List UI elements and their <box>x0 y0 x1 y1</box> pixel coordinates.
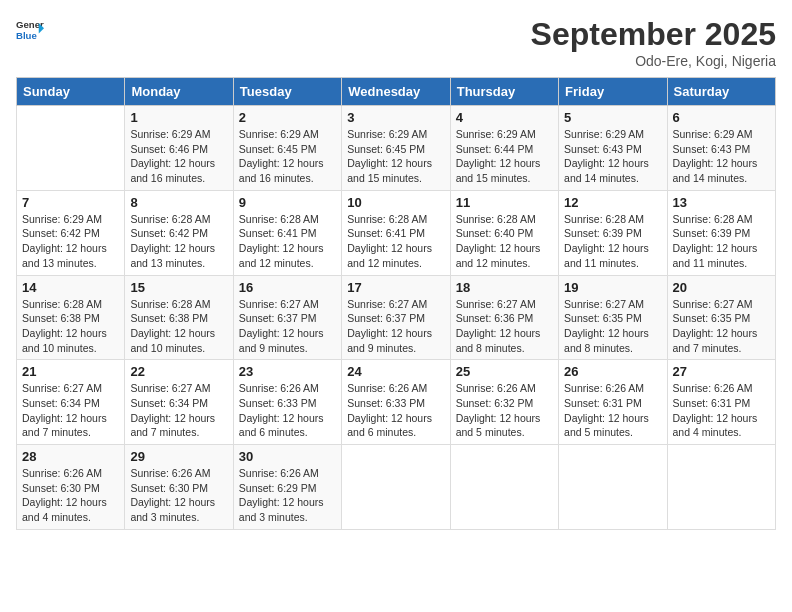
calendar-week-row: 7Sunrise: 6:29 AM Sunset: 6:42 PM Daylig… <box>17 190 776 275</box>
day-number: 19 <box>564 280 661 295</box>
calendar-day-cell: 19Sunrise: 6:27 AM Sunset: 6:35 PM Dayli… <box>559 275 667 360</box>
day-number: 6 <box>673 110 770 125</box>
day-number: 29 <box>130 449 227 464</box>
day-number: 21 <box>22 364 119 379</box>
day-number: 16 <box>239 280 336 295</box>
day-info: Sunrise: 6:26 AM Sunset: 6:29 PM Dayligh… <box>239 466 336 525</box>
day-number: 24 <box>347 364 444 379</box>
day-info: Sunrise: 6:28 AM Sunset: 6:41 PM Dayligh… <box>347 212 444 271</box>
day-number: 11 <box>456 195 553 210</box>
calendar-day-cell: 11Sunrise: 6:28 AM Sunset: 6:40 PM Dayli… <box>450 190 558 275</box>
day-info: Sunrise: 6:29 AM Sunset: 6:42 PM Dayligh… <box>22 212 119 271</box>
day-info: Sunrise: 6:29 AM Sunset: 6:43 PM Dayligh… <box>564 127 661 186</box>
day-info: Sunrise: 6:29 AM Sunset: 6:43 PM Dayligh… <box>673 127 770 186</box>
calendar-day-cell: 27Sunrise: 6:26 AM Sunset: 6:31 PM Dayli… <box>667 360 775 445</box>
logo: General Blue <box>16 16 44 44</box>
calendar-day-cell: 14Sunrise: 6:28 AM Sunset: 6:38 PM Dayli… <box>17 275 125 360</box>
calendar-day-cell: 15Sunrise: 6:28 AM Sunset: 6:38 PM Dayli… <box>125 275 233 360</box>
day-number: 26 <box>564 364 661 379</box>
day-info: Sunrise: 6:27 AM Sunset: 6:34 PM Dayligh… <box>22 381 119 440</box>
day-number: 20 <box>673 280 770 295</box>
day-number: 17 <box>347 280 444 295</box>
calendar-day-cell: 18Sunrise: 6:27 AM Sunset: 6:36 PM Dayli… <box>450 275 558 360</box>
calendar-day-cell: 29Sunrise: 6:26 AM Sunset: 6:30 PM Dayli… <box>125 445 233 530</box>
day-number: 28 <box>22 449 119 464</box>
day-number: 4 <box>456 110 553 125</box>
weekday-header-cell: Thursday <box>450 78 558 106</box>
calendar-day-cell: 30Sunrise: 6:26 AM Sunset: 6:29 PM Dayli… <box>233 445 341 530</box>
calendar-day-cell: 9Sunrise: 6:28 AM Sunset: 6:41 PM Daylig… <box>233 190 341 275</box>
day-number: 2 <box>239 110 336 125</box>
day-number: 3 <box>347 110 444 125</box>
calendar-week-row: 21Sunrise: 6:27 AM Sunset: 6:34 PM Dayli… <box>17 360 776 445</box>
calendar-week-row: 28Sunrise: 6:26 AM Sunset: 6:30 PM Dayli… <box>17 445 776 530</box>
day-info: Sunrise: 6:27 AM Sunset: 6:36 PM Dayligh… <box>456 297 553 356</box>
day-info: Sunrise: 6:28 AM Sunset: 6:38 PM Dayligh… <box>130 297 227 356</box>
day-info: Sunrise: 6:28 AM Sunset: 6:38 PM Dayligh… <box>22 297 119 356</box>
calendar-day-cell <box>342 445 450 530</box>
day-info: Sunrise: 6:29 AM Sunset: 6:46 PM Dayligh… <box>130 127 227 186</box>
month-title: September 2025 <box>531 16 776 53</box>
day-number: 5 <box>564 110 661 125</box>
day-info: Sunrise: 6:26 AM Sunset: 6:31 PM Dayligh… <box>673 381 770 440</box>
calendar-day-cell <box>559 445 667 530</box>
calendar-day-cell: 17Sunrise: 6:27 AM Sunset: 6:37 PM Dayli… <box>342 275 450 360</box>
day-info: Sunrise: 6:26 AM Sunset: 6:30 PM Dayligh… <box>130 466 227 525</box>
weekday-header-cell: Tuesday <box>233 78 341 106</box>
day-info: Sunrise: 6:26 AM Sunset: 6:33 PM Dayligh… <box>347 381 444 440</box>
day-info: Sunrise: 6:26 AM Sunset: 6:31 PM Dayligh… <box>564 381 661 440</box>
calendar-day-cell <box>17 106 125 191</box>
calendar-day-cell: 20Sunrise: 6:27 AM Sunset: 6:35 PM Dayli… <box>667 275 775 360</box>
calendar-day-cell: 1Sunrise: 6:29 AM Sunset: 6:46 PM Daylig… <box>125 106 233 191</box>
day-number: 9 <box>239 195 336 210</box>
calendar-day-cell: 10Sunrise: 6:28 AM Sunset: 6:41 PM Dayli… <box>342 190 450 275</box>
calendar-day-cell <box>450 445 558 530</box>
day-info: Sunrise: 6:27 AM Sunset: 6:35 PM Dayligh… <box>673 297 770 356</box>
calendar-day-cell: 28Sunrise: 6:26 AM Sunset: 6:30 PM Dayli… <box>17 445 125 530</box>
day-number: 10 <box>347 195 444 210</box>
calendar-day-cell: 16Sunrise: 6:27 AM Sunset: 6:37 PM Dayli… <box>233 275 341 360</box>
day-info: Sunrise: 6:28 AM Sunset: 6:40 PM Dayligh… <box>456 212 553 271</box>
day-info: Sunrise: 6:29 AM Sunset: 6:45 PM Dayligh… <box>239 127 336 186</box>
day-number: 22 <box>130 364 227 379</box>
calendar-day-cell: 26Sunrise: 6:26 AM Sunset: 6:31 PM Dayli… <box>559 360 667 445</box>
day-number: 1 <box>130 110 227 125</box>
day-info: Sunrise: 6:29 AM Sunset: 6:44 PM Dayligh… <box>456 127 553 186</box>
day-info: Sunrise: 6:26 AM Sunset: 6:30 PM Dayligh… <box>22 466 119 525</box>
weekday-header-row: SundayMondayTuesdayWednesdayThursdayFrid… <box>17 78 776 106</box>
calendar-day-cell: 25Sunrise: 6:26 AM Sunset: 6:32 PM Dayli… <box>450 360 558 445</box>
day-info: Sunrise: 6:27 AM Sunset: 6:37 PM Dayligh… <box>347 297 444 356</box>
calendar-day-cell: 4Sunrise: 6:29 AM Sunset: 6:44 PM Daylig… <box>450 106 558 191</box>
weekday-header-cell: Wednesday <box>342 78 450 106</box>
day-info: Sunrise: 6:27 AM Sunset: 6:37 PM Dayligh… <box>239 297 336 356</box>
calendar-day-cell: 23Sunrise: 6:26 AM Sunset: 6:33 PM Dayli… <box>233 360 341 445</box>
calendar-day-cell: 8Sunrise: 6:28 AM Sunset: 6:42 PM Daylig… <box>125 190 233 275</box>
svg-text:Blue: Blue <box>16 30 37 41</box>
calendar-day-cell <box>667 445 775 530</box>
weekday-header-cell: Sunday <box>17 78 125 106</box>
title-block: September 2025 Odo-Ere, Kogi, Nigeria <box>531 16 776 69</box>
calendar-day-cell: 21Sunrise: 6:27 AM Sunset: 6:34 PM Dayli… <box>17 360 125 445</box>
page-header: General Blue September 2025 Odo-Ere, Kog… <box>16 16 776 69</box>
calendar-day-cell: 5Sunrise: 6:29 AM Sunset: 6:43 PM Daylig… <box>559 106 667 191</box>
calendar-week-row: 1Sunrise: 6:29 AM Sunset: 6:46 PM Daylig… <box>17 106 776 191</box>
day-info: Sunrise: 6:28 AM Sunset: 6:42 PM Dayligh… <box>130 212 227 271</box>
day-info: Sunrise: 6:29 AM Sunset: 6:45 PM Dayligh… <box>347 127 444 186</box>
weekday-header-cell: Friday <box>559 78 667 106</box>
weekday-header-cell: Saturday <box>667 78 775 106</box>
day-number: 15 <box>130 280 227 295</box>
day-info: Sunrise: 6:27 AM Sunset: 6:34 PM Dayligh… <box>130 381 227 440</box>
day-number: 30 <box>239 449 336 464</box>
day-number: 18 <box>456 280 553 295</box>
day-number: 7 <box>22 195 119 210</box>
day-info: Sunrise: 6:26 AM Sunset: 6:32 PM Dayligh… <box>456 381 553 440</box>
day-info: Sunrise: 6:28 AM Sunset: 6:41 PM Dayligh… <box>239 212 336 271</box>
day-number: 12 <box>564 195 661 210</box>
day-info: Sunrise: 6:28 AM Sunset: 6:39 PM Dayligh… <box>564 212 661 271</box>
calendar-day-cell: 12Sunrise: 6:28 AM Sunset: 6:39 PM Dayli… <box>559 190 667 275</box>
calendar-day-cell: 2Sunrise: 6:29 AM Sunset: 6:45 PM Daylig… <box>233 106 341 191</box>
calendar-week-row: 14Sunrise: 6:28 AM Sunset: 6:38 PM Dayli… <box>17 275 776 360</box>
calendar-table: SundayMondayTuesdayWednesdayThursdayFrid… <box>16 77 776 530</box>
day-info: Sunrise: 6:27 AM Sunset: 6:35 PM Dayligh… <box>564 297 661 356</box>
day-info: Sunrise: 6:28 AM Sunset: 6:39 PM Dayligh… <box>673 212 770 271</box>
